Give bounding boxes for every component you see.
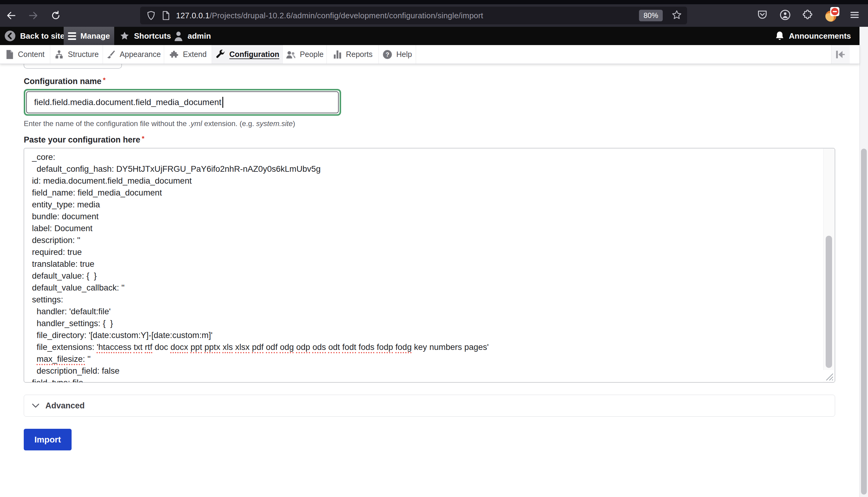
menu-item-extend[interactable]: Extend — [164, 45, 212, 63]
required-asterisk: * — [142, 134, 145, 142]
help-icon: ? — [383, 49, 392, 59]
forward-button[interactable] — [27, 9, 40, 22]
menu-item-reports[interactable]: Reports — [327, 45, 379, 63]
menu-item-help[interactable]: ? Help — [379, 45, 416, 63]
menu-item-people[interactable]: People — [283, 45, 327, 63]
configuration-name-input[interactable]: field.field.media.document.field_media_d… — [24, 89, 341, 116]
window-scrollbar-track[interactable] — [859, 27, 868, 497]
blocked-badge-icon — [831, 8, 838, 15]
textarea-scrollbar-thumb[interactable] — [826, 236, 832, 368]
user-menu[interactable]: admin — [174, 27, 211, 45]
people-icon — [286, 49, 296, 59]
shortcuts-star-icon — [119, 31, 130, 41]
toolbar-orientation-toggle[interactable] — [831, 45, 850, 63]
back-to-site-label: Back to site — [20, 31, 65, 41]
pocket-icon[interactable] — [756, 9, 768, 22]
configuration-import-textarea[interactable]: _core: default_config_hash: DY5HtJTxUjFR… — [24, 148, 835, 383]
manage-label: Manage — [81, 31, 110, 41]
container-extension-icon[interactable] — [825, 9, 838, 22]
back-to-site-icon — [4, 30, 16, 42]
reload-button[interactable] — [49, 9, 62, 22]
manage-tab[interactable]: Manage — [63, 27, 114, 45]
shortcuts-button[interactable]: Shortcuts — [119, 27, 171, 45]
announcements-label: Announcements — [789, 31, 851, 41]
extensions-puzzle-icon[interactable] — [802, 9, 814, 22]
announcements-button[interactable]: Announcements — [775, 27, 851, 45]
url-path: /Projects/drupal-10.2.6/admin/config/dev… — [210, 11, 483, 20]
collapse-left-icon — [836, 51, 846, 58]
configuration-name-help: Enter the name of the configuration file… — [24, 119, 295, 128]
text-cursor — [222, 97, 223, 108]
reports-icon — [333, 49, 342, 59]
drupal-menubar: Content Structure Appearance Extend Conf… — [0, 45, 859, 64]
content-icon — [5, 49, 14, 59]
required-asterisk: * — [103, 76, 106, 84]
reload-icon — [50, 10, 61, 21]
shortcuts-label: Shortcuts — [134, 31, 171, 41]
paste-configuration-label: Paste your configuration here* — [24, 134, 144, 145]
user-icon — [174, 31, 183, 41]
back-arrow-icon — [6, 10, 17, 21]
page-info-icon[interactable] — [161, 11, 171, 20]
configuration-name-label: Configuration name* — [24, 76, 106, 86]
advanced-details-toggle[interactable]: Advanced — [24, 395, 835, 416]
app-menu-hamburger-icon[interactable] — [849, 10, 860, 22]
bookmark-star-icon[interactable] — [671, 10, 682, 22]
account-icon[interactable] — [779, 9, 791, 22]
toolbar-right-icons — [756, 9, 860, 23]
main-content: Configuration name* field.field.media.do… — [0, 64, 859, 497]
forward-arrow-icon — [28, 10, 39, 21]
bell-icon — [775, 31, 785, 41]
structure-icon — [54, 49, 64, 59]
configuration-wrench-icon — [215, 49, 225, 60]
user-label: admin — [188, 31, 211, 41]
url-bar[interactable]: 127.0.0.1/Projects/drupal-10.2.6/admin/c… — [140, 7, 687, 24]
url-text: 127.0.0.1/Projects/drupal-10.2.6/admin/c… — [176, 11, 639, 20]
manage-hamburger-icon — [68, 32, 76, 40]
window-titlebar — [0, 0, 868, 4]
shield-icon[interactable] — [146, 11, 156, 20]
back-to-site-button[interactable]: Back to site — [4, 27, 65, 45]
svg-text:?: ? — [386, 51, 389, 58]
extend-icon — [169, 49, 179, 59]
back-button[interactable] — [5, 9, 18, 22]
window-scrollbar-thumb[interactable] — [861, 148, 867, 495]
import-button[interactable]: Import — [24, 429, 72, 451]
textarea-scrollbar-track[interactable] — [823, 148, 835, 382]
chevron-down-icon — [32, 403, 39, 408]
menu-item-content[interactable]: Content — [0, 45, 50, 63]
browser-toolbar: 127.0.0.1/Projects/drupal-10.2.6/admin/c… — [0, 4, 868, 27]
configuration-name-value: field.field.media.document.field_media_d… — [34, 97, 222, 107]
textarea-resize-handle[interactable] — [823, 370, 834, 382]
yaml-content: _core: default_config_hash: DY5HtJTxUjFR… — [32, 151, 815, 383]
appearance-icon — [106, 49, 116, 59]
advanced-label: Advanced — [45, 401, 85, 411]
menu-item-structure[interactable]: Structure — [50, 45, 103, 63]
zoom-level-badge[interactable]: 80% — [639, 10, 663, 21]
menu-item-appearance[interactable]: Appearance — [103, 45, 164, 63]
url-host: 127.0.0.1 — [176, 11, 210, 20]
menu-item-configuration[interactable]: Configuration — [212, 45, 283, 63]
drupal-admin-toolbar: Back to site Manage Shortcuts admin Anno… — [0, 27, 859, 45]
